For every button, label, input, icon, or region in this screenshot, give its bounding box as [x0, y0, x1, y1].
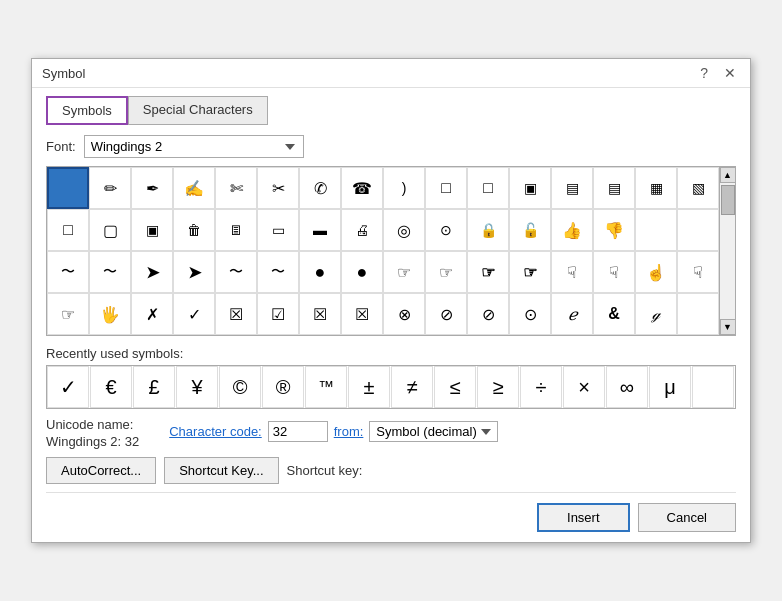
symbol-cell[interactable]: [635, 209, 677, 251]
symbol-cell[interactable]: ▤: [551, 167, 593, 209]
symbol-cell[interactable]: ☝: [635, 251, 677, 293]
symbol-cell[interactable]: ☟: [551, 251, 593, 293]
symbol-cell[interactable]: ⊗: [383, 293, 425, 335]
symbol-cell[interactable]: 🔒: [467, 209, 509, 251]
symbol-cell[interactable]: ☎: [341, 167, 383, 209]
symbol-cell[interactable]: 🖐: [89, 293, 131, 335]
symbol-cell[interactable]: ⊙: [425, 209, 467, 251]
from-select[interactable]: Symbol (decimal) Unicode (hex) ASCII (de…: [369, 421, 498, 442]
symbol-cell[interactable]: □: [47, 209, 89, 251]
symbol-cell[interactable]: [47, 167, 89, 209]
recently-cell[interactable]: ©: [219, 366, 261, 408]
symbol-cell[interactable]: ☞: [425, 251, 467, 293]
symbol-cell[interactable]: 〜: [215, 251, 257, 293]
scrollbar-thumb[interactable]: [721, 185, 735, 215]
unicode-info: Unicode name: Wingdings 2: 32: [46, 417, 139, 449]
symbol-cell[interactable]: [677, 209, 719, 251]
symbol-cell[interactable]: ☒: [341, 293, 383, 335]
symbol-cell[interactable]: 🗏: [215, 209, 257, 251]
symbol-cell[interactable]: ☒: [215, 293, 257, 335]
symbol-cell[interactable]: ✓: [173, 293, 215, 335]
scrollbar-down-button[interactable]: ▼: [720, 319, 736, 335]
symbol-cell[interactable]: ℯ: [551, 293, 593, 335]
symbol-cell[interactable]: ▣: [509, 167, 551, 209]
symbol-cell[interactable]: ▧: [677, 167, 719, 209]
help-button[interactable]: ?: [696, 65, 712, 81]
scrollbar-up-button[interactable]: ▲: [720, 167, 736, 183]
symbol-cell[interactable]: ●: [299, 251, 341, 293]
symbol-cell[interactable]: ✗: [131, 293, 173, 335]
recently-used-label: Recently used symbols:: [46, 346, 736, 361]
symbol-cell[interactable]: 🔓: [509, 209, 551, 251]
recently-cell[interactable]: ∞: [606, 366, 648, 408]
symbol-cell[interactable]: 〜: [257, 251, 299, 293]
symbol-cell[interactable]: 🖨: [341, 209, 383, 251]
recently-cell[interactable]: ≠: [391, 366, 433, 408]
recently-cell[interactable]: [692, 366, 734, 408]
symbol-cell[interactable]: ⊘: [467, 293, 509, 335]
recently-cell[interactable]: ×: [563, 366, 605, 408]
symbol-cell[interactable]: 👎: [593, 209, 635, 251]
tab-symbols[interactable]: Symbols: [46, 96, 128, 125]
symbol-cell[interactable]: ✍: [173, 167, 215, 209]
symbol-cell[interactable]: 〜: [47, 251, 89, 293]
recently-cell[interactable]: ¥: [176, 366, 218, 408]
symbol-cell[interactable]: ⊙: [509, 293, 551, 335]
symbol-cell[interactable]: ☞: [47, 293, 89, 335]
symbol-cell[interactable]: ⊘: [425, 293, 467, 335]
char-code-input[interactable]: [268, 421, 328, 442]
symbol-cell[interactable]: ☞: [383, 251, 425, 293]
symbol-cell[interactable]: ➤: [173, 251, 215, 293]
symbol-cell[interactable]: ☟: [677, 251, 719, 293]
symbol-cell[interactable]: ☟: [593, 251, 635, 293]
insert-button[interactable]: Insert: [537, 503, 630, 532]
close-button[interactable]: ✕: [720, 65, 740, 81]
symbol-cell[interactable]: ☞: [467, 251, 509, 293]
dialog-body: Symbols Special Characters Font: Wingdin…: [32, 88, 750, 542]
recently-cell[interactable]: ±: [348, 366, 390, 408]
title-bar: Symbol ? ✕: [32, 59, 750, 88]
symbol-cell[interactable]: 🗑: [173, 209, 215, 251]
symbol-cell[interactable]: □: [425, 167, 467, 209]
recently-cell[interactable]: μ: [649, 366, 691, 408]
autocorrect-button[interactable]: AutoCorrect...: [46, 457, 156, 484]
symbol-cell[interactable]: ◎: [383, 209, 425, 251]
recently-cell[interactable]: £: [133, 366, 175, 408]
shortcut-key-button[interactable]: Shortcut Key...: [164, 457, 278, 484]
symbol-cell[interactable]: 〜: [89, 251, 131, 293]
symbol-cell[interactable]: ➤: [131, 251, 173, 293]
symbol-cell[interactable]: ✒: [131, 167, 173, 209]
symbol-cell[interactable]: ▢: [89, 209, 131, 251]
recently-cell[interactable]: ÷: [520, 366, 562, 408]
symbol-cell[interactable]: ▦: [635, 167, 677, 209]
recently-cell[interactable]: ®: [262, 366, 304, 408]
symbol-cell[interactable]: ▬: [299, 209, 341, 251]
symbol-cell[interactable]: [677, 293, 719, 335]
recently-cell[interactable]: ≤: [434, 366, 476, 408]
char-code-row: Character code: from: Symbol (decimal) U…: [169, 421, 498, 442]
recently-cell[interactable]: ™: [305, 366, 347, 408]
symbol-cell[interactable]: ●: [341, 251, 383, 293]
recently-cell[interactable]: ≥: [477, 366, 519, 408]
font-select[interactable]: Wingdings 2 Symbol Wingdings Webdings: [84, 135, 304, 158]
symbol-cell[interactable]: ☒: [299, 293, 341, 335]
symbol-cell[interactable]: ▭: [257, 209, 299, 251]
symbol-cell[interactable]: ✏: [89, 167, 131, 209]
recently-cell[interactable]: ✓: [47, 366, 89, 408]
tab-special-characters[interactable]: Special Characters: [128, 96, 268, 125]
symbol-cell[interactable]: ☑: [257, 293, 299, 335]
symbol-cell[interactable]: ): [383, 167, 425, 209]
symbol-cell[interactable]: ✄: [215, 167, 257, 209]
symbol-cell[interactable]: ▤: [593, 167, 635, 209]
symbol-cell[interactable]: ✂: [257, 167, 299, 209]
symbol-cell[interactable]: ☞: [509, 251, 551, 293]
symbol-cell[interactable]: ✆: [299, 167, 341, 209]
symbol-cell[interactable]: ℊ: [635, 293, 677, 335]
symbol-cell[interactable]: □: [467, 167, 509, 209]
symbol-cell[interactable]: 👍: [551, 209, 593, 251]
symbol-cell[interactable]: &: [593, 293, 635, 335]
char-code-label: Character code:: [169, 424, 262, 439]
recently-cell[interactable]: €: [90, 366, 132, 408]
cancel-button[interactable]: Cancel: [638, 503, 736, 532]
symbol-cell[interactable]: ▣: [131, 209, 173, 251]
